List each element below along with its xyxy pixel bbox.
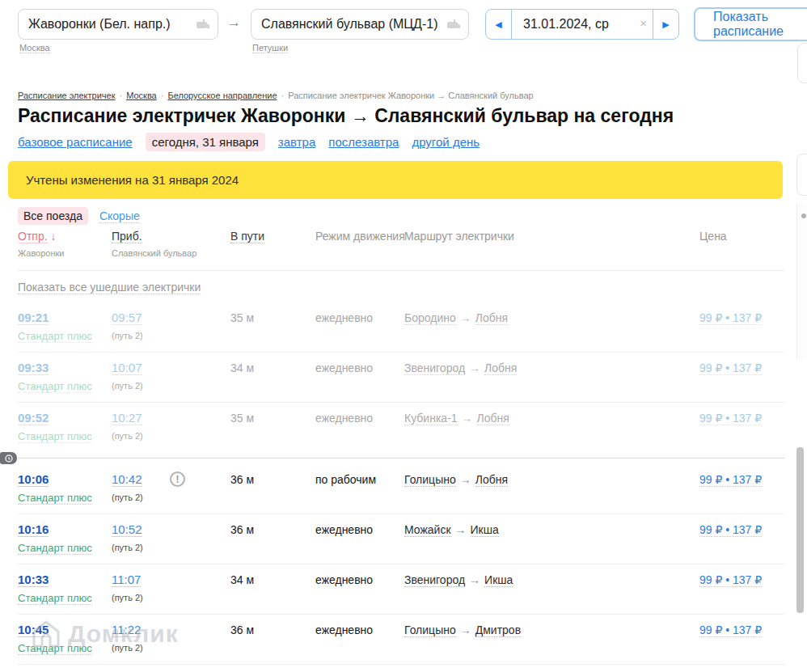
train-class-link[interactable]: Стандарт плюс [18,492,92,505]
table-body: 09:21 Стандарт плюс 09:57 (путь 2) ! 35 … [18,302,784,672]
station-to-input[interactable]: Славянский бульвар (МЦД-1) [251,9,469,40]
platform-note: (путь 2) [112,431,170,441]
price-link[interactable]: 99 ₽ • 137 ₽ [699,523,762,537]
price-link[interactable]: 99 ₽ • 137 ₽ [699,573,762,587]
column-header-departure: Отпр. ↓ Жаворонки [18,230,112,259]
arrival-time-link[interactable]: 09:57 [112,311,142,325]
prev-day-button[interactable]: ◀ [485,9,512,40]
sort-by-duration[interactable]: В пути [230,230,264,243]
arrival-cell: 10:27 (путь 2) [112,411,170,443]
departure-time-link[interactable]: 10:45 [18,623,49,637]
train-icon [196,18,210,34]
route-to-link[interactable]: Дмитров [475,623,521,637]
breadcrumb-current: Расписание электричек Жаворонки → Славян… [288,91,534,100]
departure-cell: 09:33 Стандарт плюс [18,361,112,393]
route-from-link[interactable]: Звенигород [404,573,465,587]
current-time-divider [18,452,784,464]
direction-arrow-icon: → [227,15,241,31]
departure-time-link[interactable]: 09:33 [18,361,49,375]
arrival-time-link[interactable]: 10:52 [112,522,142,537]
departure-cell: 10:06 Стандарт плюс [18,472,112,505]
departure-time-link[interactable]: 10:16 [18,522,49,537]
station-from-input[interactable]: Жаворонки (Бел. напр.) [18,9,218,40]
price-link[interactable]: 99 ₽ • 137 ₽ [699,361,762,375]
arrival-time-link[interactable]: 11:07 [112,573,141,587]
show-schedule-button[interactable]: Показать расписание [694,7,807,41]
icon-cell: ! [170,522,230,555]
scrollbar-thumb[interactable] [796,447,804,613]
train-class-link[interactable]: Стандарт плюс [18,542,92,555]
route-arrow-icon: → [462,412,473,425]
tab-base-schedule[interactable]: базовое расписание [18,135,133,149]
train-type-filters: Все поезда Скорые [18,207,140,225]
tab-other-day[interactable]: другой день [412,135,480,149]
region-from-link[interactable]: Москва [19,43,50,53]
clear-date-icon[interactable]: × [640,16,647,30]
warning-icon[interactable]: ! [170,471,185,487]
departure-time-link[interactable]: 09:21 [18,311,49,325]
date-input[interactable]: 31.01.2024, ср × [511,9,653,40]
route-to-link[interactable]: Икша [484,573,513,587]
breadcrumb-link-schedule[interactable]: Расписание электричек [18,91,116,100]
route-from-link[interactable]: Голицыно [404,473,456,487]
next-day-button[interactable]: ▶ [653,9,679,40]
train-class-link[interactable]: Стандарт плюс [18,642,92,655]
price-cell: 99 ₽ • 137 ₽ [699,411,784,443]
schedule-table: Отпр. ↓ Жаворонки Приб. Славянский бульв… [18,230,784,672]
arrival-time-link[interactable]: 10:42 [112,472,142,487]
route-to-link[interactable]: Икша [471,523,499,537]
route-arrow-icon: → [469,573,480,586]
price-link[interactable]: 99 ₽ • 137 ₽ [699,412,762,425]
tab-day-after[interactable]: послезавтра [328,135,399,149]
route-from-link[interactable]: Бородино [404,311,456,325]
regime-cell: ежедневно [315,311,404,343]
filter-all-trains[interactable]: Все поезда [18,207,88,225]
breadcrumb-link-direction[interactable]: Белорусское направление [167,91,277,100]
route-cell: Звенигород→Лобня [404,361,699,393]
departure-cell: 09:21 Стандарт плюс [18,311,112,343]
arrival-time-link[interactable]: 10:07 [112,361,142,375]
duration-cell: 35 м [230,411,315,443]
column-header-route: Маршрут электрички [404,230,699,259]
price-link[interactable]: 99 ₽ • 137 ₽ [699,623,762,637]
sort-by-arrival[interactable]: Приб. [112,230,142,243]
filter-express[interactable]: Скорые [99,209,140,223]
route-to-link[interactable]: Лобня [475,473,508,487]
regime-cell: ежедневно [315,411,404,443]
cutoff-widget [796,154,807,196]
train-class-link[interactable]: Стандарт плюс [18,430,92,443]
price-cell: 99 ₽ • 137 ₽ [699,472,784,505]
sort-by-departure[interactable]: Отпр. [18,230,48,243]
tab-tomorrow[interactable]: завтра [278,135,315,149]
cutoff-panel [796,204,807,359]
tab-today[interactable]: сегодня, 31 января [146,133,265,151]
route-from-link[interactable]: Кубинка-1 [404,412,458,425]
train-icon [446,18,461,34]
train-class-link[interactable]: Стандарт плюс [18,380,92,393]
changes-notice-banner: Учтены изменения на 31 января 2024 [8,161,783,199]
show-departed-trains-link[interactable]: Показать все ушедшие электрички [18,281,201,294]
breadcrumb-link-moscow[interactable]: Москва [126,91,157,100]
price-link[interactable]: 99 ₽ • 137 ₽ [699,473,762,487]
region-to-link[interactable]: Петушки [252,43,288,53]
train-class-link[interactable]: Стандарт плюс [18,592,92,605]
route-from-link[interactable]: Голицыно [404,623,456,637]
route-to-link[interactable]: Лобня [484,361,517,375]
route-to-link[interactable]: Лобня [475,311,508,325]
route-from-link[interactable]: Звенигород [404,361,465,375]
departure-time-link[interactable]: 09:52 [18,411,49,425]
next-day-icon: ▶ [662,19,669,30]
route-to-link[interactable]: Лобня [477,412,509,425]
price-link[interactable]: 99 ₽ • 137 ₽ [699,311,762,325]
table-row: 09:52 Стандарт плюс 10:27 (путь 2) ! 35 … [18,402,784,452]
date-picker: ◀ 31.01.2024, ср × ▶ [485,9,679,40]
current-time-line [18,458,784,459]
route-from-link[interactable]: Можайск [404,523,451,537]
departure-time-link[interactable]: 10:33 [18,573,49,587]
arrival-time-link[interactable]: 11:22 [112,623,141,637]
route-arrow-icon: → [460,473,471,486]
arrival-time-link[interactable]: 10:27 [112,411,142,425]
train-class-link[interactable]: Стандарт плюс [18,330,92,343]
departure-time-link[interactable]: 10:06 [18,472,49,487]
duration-cell: 34 м [230,361,315,393]
